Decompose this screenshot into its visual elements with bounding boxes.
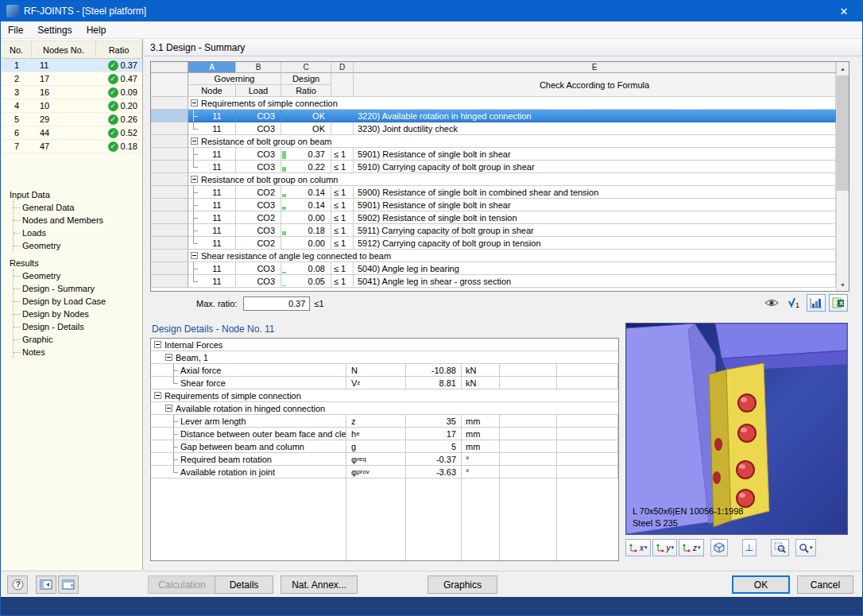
- summary-data-row[interactable]: 11CO20.00≤ 15902) Resistance of single b…: [151, 211, 836, 224]
- nav-item-geometry[interactable]: Geometry: [14, 269, 141, 282]
- view-y-button[interactable]: y ▾: [652, 539, 678, 556]
- details-data-row[interactable]: Required beam rotationφreq-0.37°: [151, 453, 618, 466]
- details-group-row[interactable]: Available rotation in hinged connection: [151, 402, 618, 415]
- cancel-button[interactable]: Cancel: [797, 575, 853, 594]
- menu-help[interactable]: Help: [79, 21, 114, 39]
- graphic-window-button[interactable]: [58, 575, 79, 594]
- nav-item-input-data[interactable]: Input Data: [8, 188, 141, 201]
- collapse-icon[interactable]: [191, 176, 198, 183]
- column-header-no[interactable]: No.: [2, 41, 32, 58]
- ok-button[interactable]: OK: [732, 575, 790, 594]
- help-button[interactable]: ?: [7, 575, 28, 594]
- summary-data-row[interactable]: 11CO30.22≤ 15910) Carrying capacity of b…: [151, 161, 836, 173]
- collapse-icon[interactable]: [154, 341, 161, 348]
- summary-group-row[interactable]: Resistance of bolt group on beam: [151, 135, 836, 148]
- tree-line: [188, 186, 199, 198]
- viewport-3d[interactable]: L 70x50x6|EN 10056-1:1998 Steel S 235: [625, 323, 848, 535]
- nav-item-design-by-load-case[interactable]: Design by Load Case: [14, 295, 141, 308]
- summary-data-row[interactable]: 11CO30.14≤ 15901) Resistance of single b…: [151, 199, 836, 211]
- summary-data-row[interactable]: 11CO30.37≤ 15901) Resistance of single b…: [151, 148, 836, 161]
- summary-data-row[interactable]: 11CO30.08≤ 15040) Angle leg in bearing: [151, 262, 836, 275]
- nav-item-notes[interactable]: Notes: [14, 346, 141, 358]
- export-excel-button[interactable]: X: [829, 294, 848, 312]
- view-x-button[interactable]: x ▾: [625, 539, 651, 556]
- isometric-view-button[interactable]: [710, 539, 728, 556]
- summary-group-row[interactable]: Resistance of bolt group on column: [151, 173, 836, 186]
- dropdown-caret-icon[interactable]: ▾: [671, 544, 675, 551]
- symbol-subscript: prov: [357, 468, 370, 475]
- menu-file[interactable]: File: [1, 21, 30, 39]
- summary-data-row[interactable]: 11CO3OK3230) Joint ductility check: [151, 122, 836, 135]
- view-z-button[interactable]: z ▾: [679, 539, 704, 556]
- nav-item-design-by-nodes[interactable]: Design by Nodes: [14, 308, 141, 320]
- menu-settings[interactable]: Settings: [30, 21, 79, 39]
- node-result-row[interactable]: 529✓0.26: [2, 113, 142, 126]
- zoom-button[interactable]: ▾: [795, 539, 816, 556]
- view-perpendicular-button[interactable]: ⊥: [742, 539, 757, 556]
- collapse-icon[interactable]: [165, 354, 172, 361]
- details-data-row[interactable]: Axial forceN-10.88kN: [151, 364, 618, 377]
- collapse-icon[interactable]: [191, 99, 198, 107]
- load-cell: CO3: [236, 122, 281, 135]
- summary-data-row[interactable]: 11CO3OK3220) Available rotation in hinge…: [151, 110, 836, 122]
- details-button[interactable]: Details: [215, 575, 273, 594]
- column-header-ratio[interactable]: Ratio: [96, 41, 142, 58]
- column-letter-C[interactable]: C: [281, 62, 331, 73]
- collapse-icon[interactable]: [154, 392, 161, 399]
- collapse-icon[interactable]: [165, 405, 172, 412]
- dropdown-caret-icon[interactable]: ▾: [698, 544, 701, 551]
- details-data-row[interactable]: Shear forceVz8.81kN: [151, 377, 618, 389]
- close-button[interactable]: ✕: [826, 1, 862, 21]
- column-letter-B[interactable]: B: [236, 62, 281, 73]
- result-diagram-button[interactable]: [807, 294, 826, 312]
- nav-item-loads[interactable]: Loads: [14, 227, 141, 239]
- collapse-icon[interactable]: [191, 252, 198, 259]
- scroll-up-button[interactable]: ▲: [837, 62, 849, 75]
- nav-item-geometry[interactable]: Geometry: [14, 239, 141, 252]
- summary-data-row[interactable]: 11CO20.00≤ 15912) Carrying capacity of b…: [151, 237, 836, 250]
- column-letter-D[interactable]: D: [331, 62, 354, 73]
- node-result-row[interactable]: 747✓0.18: [2, 140, 142, 153]
- node-result-row[interactable]: 410✓0.20: [2, 99, 142, 113]
- nav-item-general-data[interactable]: General Data: [14, 201, 141, 214]
- scroll-thumb[interactable]: [837, 76, 849, 191]
- details-data-row[interactable]: Gap between beam and columng5mm: [151, 440, 618, 453]
- nat-annex-button[interactable]: Nat. Annex...: [281, 575, 358, 594]
- summary-group-row[interactable]: Shear resistance of angle leg connected …: [151, 250, 836, 262]
- details-data-row[interactable]: Distance between outer beam face and cle…: [151, 428, 618, 440]
- load-cell: CO3: [236, 148, 281, 161]
- details-group-row[interactable]: Internal Forces: [151, 339, 618, 351]
- details-group-row[interactable]: Beam, 1: [151, 351, 618, 364]
- limit-cell: ≤ 1: [331, 199, 354, 211]
- nav-item-graphic[interactable]: Graphic: [14, 333, 141, 346]
- nav-item-design-summary[interactable]: Design - Summary: [14, 282, 141, 295]
- zoom-window-button[interactable]: [771, 539, 789, 556]
- ratio-value: 0.08: [308, 264, 325, 273]
- summary-data-row[interactable]: 11CO20.14≤ 15900) Resistance of single b…: [151, 186, 836, 199]
- panel-toggle-button[interactable]: [36, 575, 56, 594]
- graphics-button[interactable]: Graphics: [428, 575, 497, 594]
- node-result-row[interactable]: 316✓0.09: [2, 86, 142, 99]
- summary-data-row[interactable]: 11CO30.05≤ 15041) Angle leg in shear - g…: [151, 275, 836, 288]
- load-cell: CO3: [236, 275, 281, 288]
- dropdown-caret-icon[interactable]: ▾: [810, 544, 813, 551]
- visibility-button[interactable]: [762, 294, 781, 312]
- node-result-row[interactable]: 217✓0.47: [2, 72, 142, 86]
- filter-selected-button[interactable]: 1: [784, 294, 803, 312]
- details-group-row[interactable]: Requirements of simple connection: [151, 389, 618, 402]
- column-header-nodes-no[interactable]: Nodes No.: [32, 41, 96, 58]
- column-letter-A[interactable]: A: [188, 62, 236, 73]
- scroll-down-button[interactable]: ▼: [837, 278, 849, 291]
- dropdown-caret-icon[interactable]: ▾: [644, 544, 648, 551]
- node-result-row[interactable]: 644✓0.52: [2, 126, 142, 140]
- node-result-row[interactable]: 111✓0.37: [2, 59, 142, 72]
- nav-item-design-details[interactable]: Design - Details: [14, 320, 141, 333]
- details-data-row[interactable]: Lever arm lengthz35mm: [151, 415, 618, 428]
- collapse-icon[interactable]: [191, 138, 198, 145]
- column-letter-E[interactable]: E: [354, 62, 836, 73]
- summary-group-row[interactable]: Requirements of simple connection: [151, 97, 836, 110]
- summary-data-row[interactable]: 11CO30.18≤ 15911) Carrying capacity of b…: [151, 224, 836, 237]
- nav-item-results[interactable]: Results: [8, 257, 141, 269]
- details-data-row[interactable]: Available rotation in jointφprov-3.63°: [151, 466, 618, 478]
- nav-item-nodes-and-members[interactable]: Nodes and Members: [14, 214, 141, 227]
